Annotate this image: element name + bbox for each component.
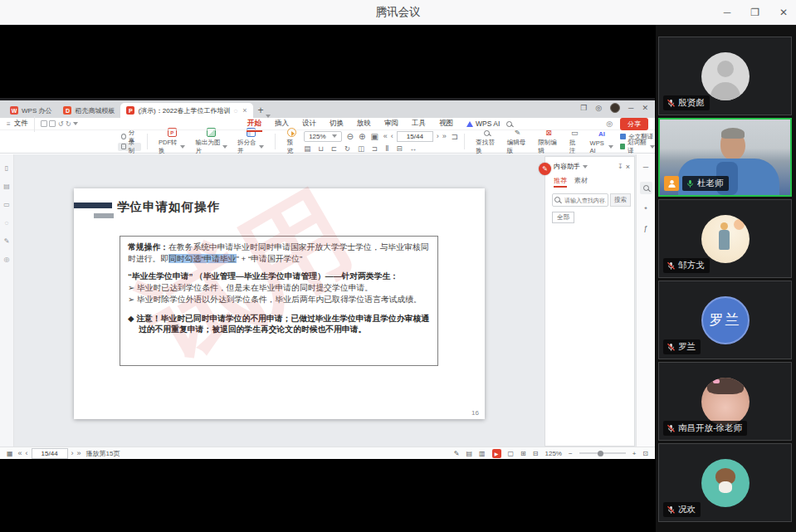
ribbon-tab-view[interactable]: 视图 [432,119,460,129]
pen-icon[interactable]: ✎ [4,237,10,245]
wps-close-icon[interactable]: ✕ [642,104,648,112]
pane-find-icon[interactable] [640,182,652,194]
status-page-indicator[interactable]: 15/44 [32,448,68,459]
participant-tile-active-speaker[interactable]: 杜老师 [658,118,792,197]
quickbar-caret-icon[interactable] [73,122,78,125]
pane-search-input[interactable] [552,193,608,207]
new-tab-button[interactable]: + [258,105,264,116]
normal-view-icon[interactable]: ▤ [466,450,472,457]
double-page-icon[interactable]: ⊔ [318,144,324,153]
ribbon-tab-transition[interactable]: 切换 [323,119,350,129]
tab-close-icon[interactable]: × [242,106,247,115]
note-icon[interactable]: ▭ [3,201,10,208]
pane-close-icon[interactable]: × [626,163,630,171]
prev-page-icon[interactable]: ‹ [391,132,393,140]
tab-docer[interactable]: D 稻壳商城模板 [57,103,120,118]
participant-tile[interactable]: 殷贤彪 [658,37,792,115]
find-replace-button[interactable]: 查找替换 [471,129,502,155]
zoom-out-icon[interactable]: ⊖ [347,132,354,141]
stamp-icon[interactable]: ◎ [4,256,10,263]
next-page-icon[interactable]: › [437,132,439,140]
pane-tab-recommend[interactable]: 推荐 [554,176,567,188]
zoom-slider-knob[interactable] [598,451,603,456]
bookmark-icon[interactable]: ▯ [5,164,8,172]
last-page-icon[interactable]: » [77,449,81,457]
compare-icon[interactable]: Ⅱ [385,144,388,153]
first-page-icon[interactable]: « [18,449,22,457]
file-menu[interactable]: ≡ 文件 [7,119,28,129]
single-page-icon[interactable]: ▤ [304,144,310,153]
slide-grid-icon[interactable]: ▦ [7,450,13,457]
word-translate-button[interactable]: 划词翻译 [620,143,655,151]
fit-width-icon[interactable]: ↔ [410,144,418,153]
comment-button[interactable]: ▭ 批注 [564,129,585,155]
zoom-minus-icon[interactable]: − [569,450,573,457]
columns-icon[interactable]: ◫ [358,144,364,153]
record-tool-button[interactable]: 录制 [118,143,141,151]
minimize-icon[interactable]: ─ [724,7,731,18]
collapse-pane-icon[interactable]: ─ [643,163,648,171]
fullscreen-icon[interactable]: ⊡ [642,450,648,457]
ribbon-tab-design[interactable]: 设计 [295,119,323,129]
redo-icon[interactable]: ↻ [66,120,71,128]
last-page-icon[interactable]: » [442,132,447,140]
slide-text-box[interactable]: 常规操作：在教务系统中申请毕业时同时申请国家开放大学学士学位，与毕业审核同时进行… [120,236,438,366]
zoom-select[interactable]: 125% [304,131,341,142]
fit-page-icon[interactable]: ▣ [370,132,378,141]
tab-wps-home[interactable]: W WPS 办公 [4,103,57,118]
layout-icon[interactable]: ⊐ [452,132,458,141]
pin-view-icon[interactable]: ⊐ [372,144,378,153]
print-icon[interactable] [49,120,56,127]
pdf-convert-button[interactable]: P PDF转换 [154,128,190,155]
settings-icon[interactable]: ◎ [595,104,602,112]
wps-ai-menu[interactable]: WPS AI [460,120,506,128]
export-image-button[interactable]: 输出为图片 [190,128,232,155]
ribbon-settings-icon[interactable]: ◎ [606,120,613,128]
slide[interactable]: 学位申请如何操作 常规操作：在教务系统中申请毕业时同时申请国家开放大学学士学位，… [74,188,485,419]
collapse-icon[interactable]: ⊟ [396,144,402,153]
undo-icon[interactable]: ↺ [58,120,64,128]
maximize-icon[interactable]: ❐ [750,7,759,18]
pen-tools-icon[interactable]: ✎ [454,450,460,457]
pane-caret-icon[interactable] [583,165,588,168]
wps-minimize-icon[interactable]: ─ [628,104,633,112]
filter-tag-all[interactable]: 全部 [552,212,574,223]
participant-tile[interactable]: 南昌开放-徐老师 [658,362,792,441]
next-page-icon[interactable]: › [71,449,74,457]
ribbon-tab-tools[interactable]: 工具 [405,119,432,129]
outline-icon[interactable]: ▤ [3,183,10,190]
ribbon-tab-review[interactable]: 审阅 [378,119,405,129]
wps-ai-toolbar-button[interactable]: AI WPS AI [585,129,619,154]
grid-view-icon[interactable]: ⊞ [520,450,526,457]
prev-page-icon[interactable]: ‹ [26,449,28,457]
participant-tile[interactable]: 况欢 [658,443,792,522]
tab-document[interactable]: P (演示)：2022春上学位工作培训 ◌ × [120,103,252,118]
ribbon-tab-slideshow[interactable]: 放映 [350,119,378,129]
save-icon[interactable] [41,120,47,127]
attachment-icon[interactable]: ◌ [5,219,9,227]
close-icon[interactable]: ✕ [779,7,788,18]
collapse-view-icon[interactable]: ⊟ [533,450,539,457]
share-button[interactable]: 分享 [620,118,648,130]
continuous-icon[interactable]: ⊏ [331,144,337,153]
search-icon[interactable] [506,121,512,127]
function-icon[interactable]: ƒ [643,224,647,232]
play-slideshow-icon[interactable]: ▶ [492,449,501,458]
account-avatar[interactable] [610,103,620,113]
edit-master-button[interactable]: ✎ 编辑母版 [502,129,534,155]
page-indicator[interactable]: 15/44 [397,131,433,142]
first-page-icon[interactable]: « [383,132,388,140]
pin-icon[interactable]: ↧ [618,163,623,170]
plugin-icon[interactable]: * [644,205,647,213]
participant-tile[interactable]: 罗兰 罗兰 [658,281,792,359]
pane-search-button[interactable]: 搜索 [610,193,631,207]
zoom-slider[interactable] [579,452,626,454]
reading-view-icon[interactable]: ▢ [508,450,515,457]
sorter-view-icon[interactable]: ▥ [479,450,486,457]
pane-tab-material[interactable]: 素材 [574,176,588,188]
participant-tile[interactable]: 邹方戈 [658,199,792,278]
preview-button[interactable]: 预览 [281,128,302,155]
zoom-in-icon[interactable]: ⊕ [359,132,365,141]
zoom-plus-icon[interactable]: + [632,450,637,457]
rotate-icon[interactable]: ↻ [344,144,350,153]
